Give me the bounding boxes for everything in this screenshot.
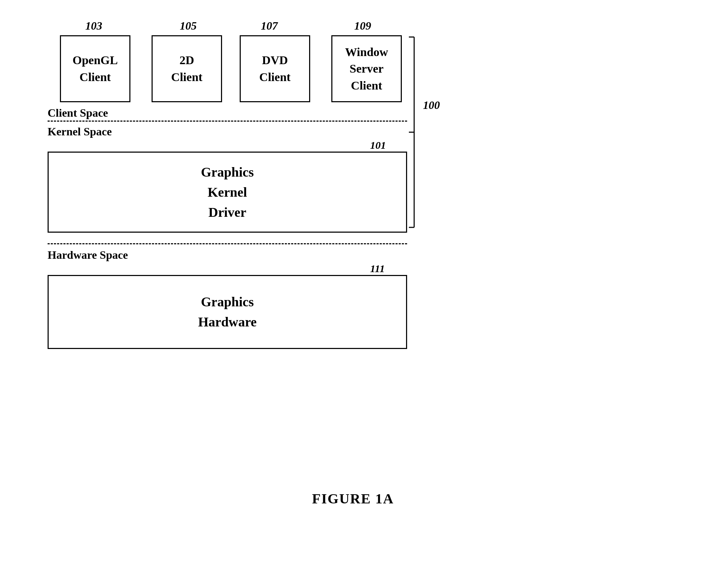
ref-105: 105 <box>180 19 197 32</box>
ref-109: 109 <box>354 19 371 32</box>
opengl-line2: Client <box>73 69 118 86</box>
kernel-hardware-dashed-line <box>48 243 407 244</box>
dvd-line1: DVD <box>259 52 291 69</box>
window-line1: Window <box>345 44 388 61</box>
opengl-client-box: OpenGL Client <box>60 35 130 102</box>
gkd-line3: Driver <box>201 202 254 222</box>
graphics-hardware-box: Graphics Hardware <box>48 275 407 349</box>
2d-client-box: 2D Client <box>152 35 222 102</box>
window-client-box: Window Server Client <box>331 35 402 102</box>
figure-caption: FIGURE 1A <box>312 490 394 507</box>
dvd-client-box: DVD Client <box>240 35 310 102</box>
gkd-line1: Graphics <box>201 162 254 182</box>
client-kernel-dashed-line <box>48 121 407 122</box>
client-space-label: Client Space <box>48 106 108 120</box>
gh-line1: Graphics <box>198 292 257 312</box>
2d-line2: Client <box>171 69 203 86</box>
dvd-line2: Client <box>259 69 291 86</box>
window-line2: Server <box>345 60 388 77</box>
ref-103: 103 <box>85 19 102 32</box>
2d-line1: 2D <box>171 52 203 69</box>
gh-line2: Hardware <box>198 312 257 332</box>
bracket-100 <box>407 35 435 229</box>
ref-107: 107 <box>261 19 278 32</box>
ref-111: 111 <box>370 263 385 275</box>
ref-101: 101 <box>370 139 386 151</box>
window-line3: Client <box>345 77 388 94</box>
graphics-kernel-driver-box: Graphics Kernel Driver <box>48 152 407 233</box>
kernel-space-label: Kernel Space <box>48 125 112 138</box>
hardware-space-label: Hardware Space <box>48 249 128 262</box>
gkd-line2: Kernel <box>201 182 254 202</box>
ref-100: 100 <box>423 99 440 112</box>
opengl-line1: OpenGL <box>73 52 118 69</box>
